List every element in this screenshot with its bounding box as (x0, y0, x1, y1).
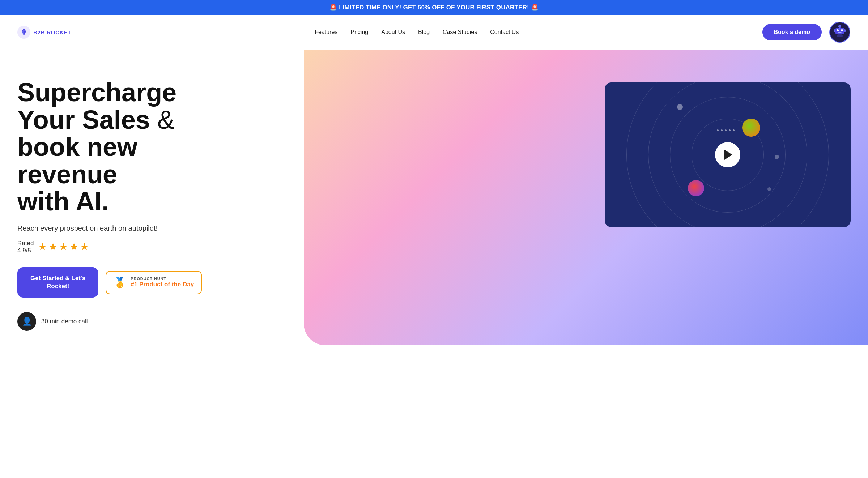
svg-rect-10 (839, 28, 840, 29)
product-hunt-badge[interactable]: 🥇 PRODUCT HUNT #1 Product of the Day (106, 271, 202, 294)
nav-item-case-studies[interactable]: Case Studies (443, 29, 477, 35)
orb-small-1 (677, 104, 683, 110)
nav-right: Book a demo (762, 21, 851, 43)
demo-row: 👤 30 min demo call (17, 312, 234, 331)
nav-links: Features Pricing About Us Blog Case Stud… (315, 29, 519, 35)
hero-left-content: Supercharge Your Sales & book new revenu… (17, 72, 234, 331)
hero-title: Supercharge Your Sales & book new revenu… (17, 79, 234, 215)
rating-row: Rated 4.9/5 ★ ★ ★ ★ ★ (17, 240, 234, 254)
star-1: ★ (38, 241, 47, 253)
svg-rect-6 (834, 29, 835, 32)
orb-green-orange (742, 119, 760, 137)
star-5: ★ (80, 241, 89, 253)
video-container[interactable] (605, 82, 851, 227)
star-rating: ★ ★ ★ ★ ★ (38, 241, 89, 253)
hero-subtitle: Reach every prospect on earth on autopil… (17, 224, 234, 232)
play-triangle-icon (724, 150, 732, 160)
main-nav: B2B ROCKET Features Pricing About Us Blo… (0, 15, 868, 50)
svg-rect-8 (837, 34, 843, 37)
svg-rect-5 (838, 32, 842, 33)
book-demo-button[interactable]: Book a demo (762, 24, 822, 40)
nav-item-contact[interactable]: Contact Us (490, 29, 519, 35)
hero-right-video (605, 82, 851, 227)
robot-avatar-icon (829, 21, 851, 43)
banner-text: 🚨 LIMITED TIME ONLY! GET 50% OFF OF YOUR… (329, 4, 539, 11)
orb-small-2 (775, 155, 779, 159)
medal-icon: 🥇 (114, 277, 126, 289)
svg-point-9 (838, 25, 841, 28)
logo-text: B2B ROCKET (33, 29, 71, 35)
hero-section: Supercharge Your Sales & book new revenu… (0, 50, 868, 345)
video-inner (605, 82, 851, 227)
orb-red-purple (688, 180, 704, 196)
logo-icon (17, 26, 30, 39)
product-hunt-text: PRODUCT HUNT #1 Product of the Day (131, 277, 194, 288)
nav-item-features[interactable]: Features (315, 29, 337, 35)
play-button[interactable] (715, 142, 740, 167)
svg-point-3 (837, 29, 839, 31)
product-hunt-title: #1 Product of the Day (131, 281, 194, 288)
star-2: ★ (48, 241, 58, 253)
orb-small-3 (767, 187, 771, 191)
svg-rect-7 (844, 29, 846, 32)
demo-avatar: 👤 (17, 312, 36, 331)
promo-banner: 🚨 LIMITED TIME ONLY! GET 50% OFF OF YOUR… (0, 0, 868, 15)
nav-item-pricing[interactable]: Pricing (350, 29, 368, 35)
cta-row: Get Started & Let'sRocket! 🥇 PRODUCT HUN… (17, 267, 234, 298)
nav-item-about[interactable]: About Us (381, 29, 405, 35)
product-hunt-label: PRODUCT HUNT (131, 277, 194, 281)
star-4: ★ (69, 241, 78, 253)
dots-path (717, 129, 735, 131)
nav-item-blog[interactable]: Blog (418, 29, 430, 35)
logo-area: B2B ROCKET (17, 26, 71, 39)
demo-text: 30 min demo call (41, 318, 88, 325)
star-3: ★ (59, 241, 68, 253)
rating-label: Rated 4.9/5 (17, 240, 34, 254)
get-started-button[interactable]: Get Started & Let'sRocket! (17, 267, 98, 298)
svg-point-4 (841, 29, 843, 31)
